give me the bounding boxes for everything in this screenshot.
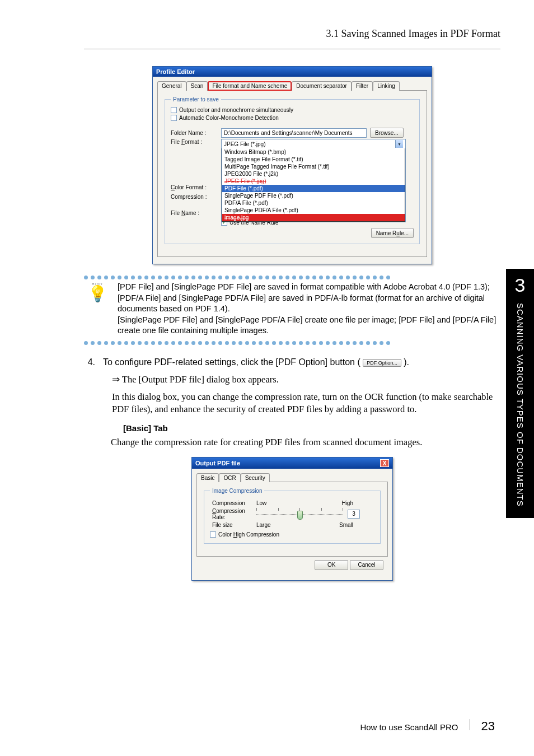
dd-opt-imagejpg[interactable]: image.jpg [222, 214, 405, 221]
dd-opt-mtif[interactable]: MultiPage Tagged Image File Format (*.ti… [222, 163, 405, 170]
folder-name-label: Folder Name : [171, 130, 221, 136]
dd-opt-jpg[interactable]: JPEG File (*.jpg) [222, 178, 405, 185]
pdf-option-button[interactable]: PDF Option... [363, 359, 401, 367]
dot-divider [84, 341, 500, 345]
close-icon[interactable]: X [380, 459, 389, 467]
body-paragraph: In this dialog box, you can change the c… [112, 391, 500, 416]
tab-ocr[interactable]: OCR [219, 473, 240, 482]
tab-security[interactable]: Security [241, 473, 270, 482]
compression-rate-value: 3 [348, 510, 360, 519]
dd-opt-pdfa[interactable]: PDF/A File (*.pdf) [222, 199, 405, 207]
color-format-label: Color Format : [171, 184, 221, 190]
tab-general[interactable]: General [157, 81, 186, 91]
dd-opt-sppdf[interactable]: SinglePage PDF File (*.pdf) [222, 192, 405, 199]
output-pdf-dialog: Output PDF file X Basic OCR Security Ima… [191, 457, 393, 581]
profile-editor-dialog: Profile Editor General Scan File format … [152, 66, 432, 264]
dd-opt-j2k[interactable]: JPEG2000 File (*.j2k) [222, 170, 405, 178]
file-format-dropdown[interactable]: JPEG File (*.jpg)▼ Windows Bitmap (*.bmp… [221, 139, 406, 222]
compression-label: Compression [210, 500, 252, 506]
chevron-down-icon: ▼ [395, 140, 403, 148]
chk-auto-detection[interactable]: Automatic Color-Monochrome Detection [171, 115, 414, 121]
compression-slider[interactable] [256, 508, 343, 520]
hint-icon: HINT 💡 [84, 282, 111, 302]
page-footer: How to use ScandAll PRO 23 [360, 719, 495, 734]
step-4: 4. To configure PDF-related settings, cl… [84, 357, 500, 367]
basic-tab-desc: Change the compression rate for creating… [111, 436, 500, 449]
basic-tab-heading: [Basic] Tab [123, 423, 500, 433]
dd-opt-pdf[interactable]: PDF File (*.pdf) [222, 185, 405, 192]
chapter-tab: 3 SCANNING VARIOUS TYPES OF DOCUMENTS [506, 269, 534, 518]
tab-linking[interactable]: Linking [373, 81, 400, 91]
dialog-title: Profile Editor [156, 68, 195, 75]
file-name-label: File Name : [171, 210, 221, 216]
name-rule-button[interactable]: Name Rule... [371, 228, 414, 238]
tab-file-format[interactable]: File format and Name scheme [208, 81, 292, 91]
dialog-title: Output PDF file [195, 460, 240, 466]
compression-label: Compression : [171, 194, 221, 200]
chk-color-high-compression[interactable]: Color High Compression [210, 531, 374, 538]
dd-opt-sppdfa[interactable]: SinglePage PDF/A File (*.pdf) [222, 207, 405, 214]
cancel-button[interactable]: Cancel [350, 560, 383, 570]
section-header: 3.1 Saving Scanned Images in PDF Format [84, 28, 500, 43]
compression-rate-label: CompressionRate: [210, 508, 252, 520]
folder-name-input[interactable] [221, 128, 367, 138]
ok-button[interactable]: OK [315, 560, 348, 570]
param-legend: Parameter to save [171, 96, 221, 102]
tab-doc-separator[interactable]: Document separator [292, 81, 352, 91]
hint-text: [PDF File] and [SinglePage PDF File] are… [118, 282, 500, 337]
file-format-label: File Format : [171, 139, 221, 145]
file-size-label: File size [210, 522, 252, 528]
result-line: ⇒ The [Output PDF file] dialog box appea… [112, 374, 500, 385]
dot-divider [84, 276, 500, 279]
tab-scan[interactable]: Scan [186, 81, 208, 91]
browse-button[interactable]: Browse... [370, 128, 404, 138]
dd-opt-bmp[interactable]: Windows Bitmap (*.bmp) [222, 148, 405, 156]
image-compression-legend: Image Compression [210, 488, 264, 494]
dd-opt-tif[interactable]: Tagged Image File Format (*.tif) [222, 156, 405, 163]
tab-basic[interactable]: Basic [196, 473, 219, 482]
tab-filter[interactable]: Filter [352, 81, 373, 91]
chk-output-color-mono[interactable]: Output color and monochrome simultaneous… [171, 107, 414, 113]
